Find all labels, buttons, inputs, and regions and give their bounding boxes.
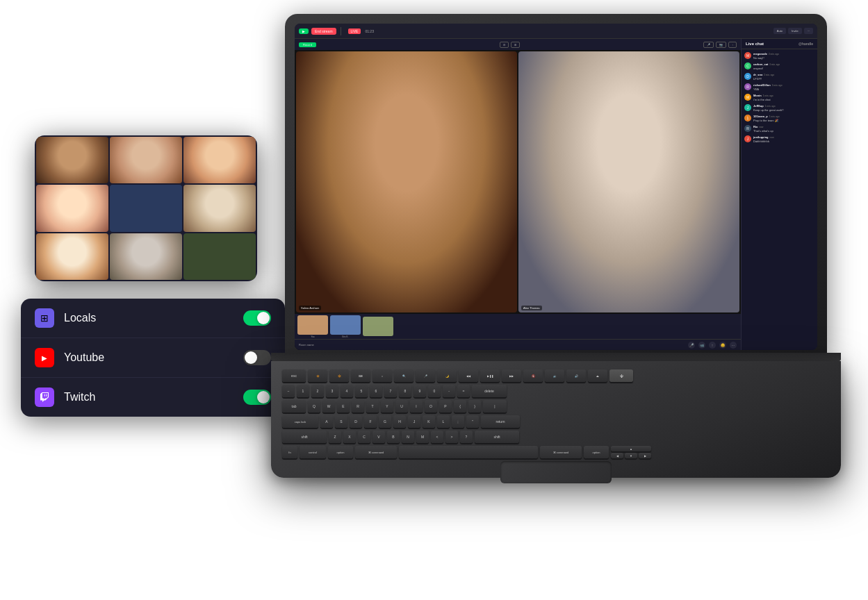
key-f2[interactable]: 🔆 (329, 369, 349, 382)
key-o[interactable]: O (425, 400, 437, 412)
key-arrow-down[interactable]: ▼ (625, 453, 637, 458)
key-f7[interactable]: 🌙 (437, 369, 457, 382)
key-c[interactable]: C (358, 431, 370, 443)
key-f4[interactable]: ⌂ (372, 369, 392, 382)
touchpad[interactable] (500, 461, 612, 483)
key-option-r[interactable]: option (584, 446, 609, 458)
key-tab[interactable]: tab (282, 400, 306, 412)
key-bracket-r[interactable]: } (468, 400, 481, 412)
key-touchid[interactable]: ⏻ (609, 369, 633, 382)
key-f14[interactable]: ⏏ (588, 369, 607, 382)
layout-btn-1[interactable]: ⊟ (500, 42, 509, 48)
key-x[interactable]: X (343, 431, 356, 443)
key-equals[interactable]: = (457, 385, 470, 397)
key-5[interactable]: 5 (355, 385, 368, 397)
key-bracket-l[interactable]: { (454, 400, 466, 412)
locals-toggle[interactable] (243, 310, 271, 326)
twitch-toggle[interactable] (243, 390, 271, 405)
key-9[interactable]: 9 (413, 385, 426, 397)
key-arrow-up[interactable]: ▲ (611, 446, 651, 451)
key-l[interactable]: L (437, 415, 450, 428)
key-1[interactable]: 1 (297, 385, 309, 397)
end-stream-button[interactable]: End stream (311, 28, 336, 35)
key-esc[interactable]: esc (282, 369, 306, 382)
key-r[interactable]: R (352, 400, 364, 412)
key-u[interactable]: U (395, 400, 408, 412)
key-delete[interactable]: delete (472, 385, 507, 397)
key-period[interactable]: > (445, 431, 458, 443)
key-arrow-right[interactable]: ▶ (639, 453, 651, 458)
bottom-icon-mic[interactable]: 🎤 (688, 342, 695, 349)
key-p[interactable]: P (439, 400, 452, 412)
bottom-icon-cam[interactable]: 📹 (698, 342, 705, 349)
key-command-l[interactable]: ⌘ command (355, 446, 397, 458)
key-slash[interactable]: ? (460, 431, 473, 443)
key-e[interactable]: E (337, 400, 350, 412)
auto-button[interactable]: Auto (773, 28, 786, 34)
key-q[interactable]: Q (308, 400, 320, 412)
key-k[interactable]: K (423, 415, 435, 428)
more-button[interactable]: ··· (804, 28, 813, 34)
key-8[interactable]: 8 (399, 385, 411, 397)
bottom-icon-share[interactable]: ↑ (709, 342, 716, 349)
key-h[interactable]: H (393, 415, 406, 428)
key-z[interactable]: Z (329, 431, 341, 443)
key-s[interactable]: S (335, 415, 347, 428)
key-tilde[interactable]: ~ (282, 385, 295, 397)
share-btn[interactable]: ↑ (728, 42, 737, 48)
key-g[interactable]: G (379, 415, 391, 428)
key-f13[interactable]: 🔊 (566, 369, 586, 382)
key-3[interactable]: 3 (326, 385, 338, 397)
key-f11[interactable]: 🔇 (523, 369, 543, 382)
key-a[interactable]: A (320, 415, 333, 428)
key-f3[interactable]: ⌨ (351, 369, 370, 382)
key-f10[interactable]: ▶▶ (502, 369, 521, 382)
key-7[interactable]: 7 (384, 385, 397, 397)
key-backslash[interactable]: | (483, 400, 507, 412)
key-f12[interactable]: 🔉 (545, 369, 564, 382)
key-w[interactable]: W (322, 400, 335, 412)
key-j[interactable]: J (408, 415, 420, 428)
bottom-icon-react[interactable]: 😊 (719, 342, 726, 349)
key-f9[interactable]: ▶❚❚ (480, 369, 500, 382)
key-0[interactable]: 0 (428, 385, 441, 397)
key-fn[interactable]: fn (282, 446, 297, 458)
key-2[interactable]: 2 (311, 385, 324, 397)
layout-btn-2[interactable]: ⊞ (511, 42, 520, 48)
key-semicolon[interactable]: ; (452, 415, 464, 428)
bottom-icon-more[interactable]: ··· (730, 342, 737, 349)
key-quote[interactable]: " (466, 415, 479, 428)
youtube-toggle[interactable] (243, 350, 271, 365)
key-capslock[interactable]: caps lock (282, 415, 318, 428)
key-6[interactable]: 6 (370, 385, 382, 397)
key-f[interactable]: F (364, 415, 377, 428)
key-space[interactable] (399, 446, 538, 458)
key-b[interactable]: B (387, 431, 400, 443)
key-i[interactable]: I (410, 400, 423, 412)
key-d[interactable]: D (350, 415, 362, 428)
key-comma[interactable]: < (431, 431, 443, 443)
laptop-screen: ▶ End stream LIVE 01:23 Auto Invite ··· (285, 14, 827, 354)
cam-btn[interactable]: 📷 (716, 42, 726, 48)
key-shift-l[interactable]: shift (282, 431, 327, 443)
key-arrow-left[interactable]: ◀ (611, 453, 623, 458)
record-button[interactable]: Record (299, 42, 316, 47)
invite-button[interactable]: Invite (788, 28, 802, 34)
key-4[interactable]: 4 (341, 385, 353, 397)
key-f1[interactable]: 🔅 (308, 369, 327, 382)
key-f6[interactable]: 🎤 (416, 369, 435, 382)
key-shift-r[interactable]: shift (475, 431, 519, 443)
key-command-r[interactable]: ⌘ command (540, 446, 582, 458)
key-option-l[interactable]: option (328, 446, 353, 458)
key-y[interactable]: Y (381, 400, 393, 412)
key-v[interactable]: V (372, 431, 385, 443)
key-f8[interactable]: ◀◀ (459, 369, 478, 382)
key-n[interactable]: N (402, 431, 414, 443)
key-control[interactable]: control (300, 446, 326, 458)
key-return[interactable]: return (481, 415, 520, 428)
key-t[interactable]: T (366, 400, 379, 412)
key-minus[interactable]: - (443, 385, 455, 397)
mute-btn[interactable]: 🎤 (703, 42, 714, 48)
key-m[interactable]: M (416, 431, 429, 443)
key-f5[interactable]: 🔍 (394, 369, 413, 382)
